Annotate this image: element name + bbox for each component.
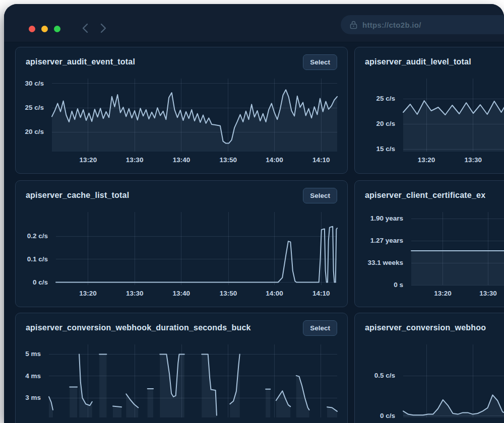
y-tick-label: 3 ms	[25, 393, 41, 402]
y-tick-label: 0.1 c/s	[27, 255, 48, 264]
panel-apiserver-audit-level-total: apiserver_audit_level_total Select 25 c/…	[354, 47, 504, 174]
panel-apiserver-conversion-webhook-duration: apiserver_conversion_webhook_duration_se…	[15, 313, 348, 423]
y-tick-label: 0 s	[394, 280, 403, 290]
y-axis-labels: 1.90 years1.27 years33.1 weeks0 s	[355, 212, 407, 285]
x-tick-label: 13:30	[126, 156, 144, 164]
y-tick-label: 25 c/s	[25, 103, 44, 112]
y-tick-label: 1.27 years	[370, 236, 403, 245]
y-axis-labels: 25 c/s20 c/s15 c/s	[355, 79, 399, 152]
lock-icon	[350, 21, 357, 29]
plot-area	[403, 344, 504, 417]
y-tick-label: 0 c/s	[33, 278, 48, 287]
x-axis-labels: 13:2013:30	[411, 290, 504, 299]
y-tick-label: 1.90 years	[370, 214, 403, 223]
x-tick-label: 14:10	[312, 156, 330, 164]
y-tick-label: 20 c/s	[376, 119, 395, 128]
x-tick-label: 14:00	[266, 156, 283, 164]
y-axis-labels: 5 ms4 ms3 ms	[16, 344, 45, 417]
chart-conversion-webhook[interactable]: 0.5 c/s0 c/s	[355, 313, 504, 423]
x-tick-label: 13:20	[80, 156, 97, 164]
panel-apiserver-client-certificate: apiserver_client_certificate_ex Select 1…	[354, 180, 504, 307]
x-tick-label: 13:30	[479, 290, 497, 297]
chart-audit-level-total[interactable]: 25 c/s20 c/s15 c/s 13:2013:30	[355, 47, 504, 173]
plot-area	[403, 79, 504, 152]
browser-titlebar: https://cto2b.io/	[4, 4, 504, 42]
x-tick-label: 13:50	[220, 290, 237, 297]
browser-window: https://cto2b.io/ apiserver_audit_event_…	[4, 4, 504, 423]
url-text: https://cto2b.io/	[362, 21, 421, 29]
x-tick-label: 13:50	[220, 156, 237, 164]
y-axis-labels: 0.5 c/s0 c/s	[355, 344, 399, 417]
y-tick-label: 20 c/s	[25, 127, 44, 136]
close-button[interactable]	[29, 26, 35, 32]
chart-cache-list-total[interactable]: 0.2 c/s0.1 c/s0 c/s 13:2013:3013:4013:50…	[16, 181, 347, 307]
zoom-button[interactable]	[54, 26, 60, 32]
forward-button[interactable]	[100, 23, 106, 33]
y-tick-label: 25 c/s	[376, 94, 395, 103]
y-tick-label: 30 c/s	[25, 79, 44, 88]
y-tick-label: 4 ms	[25, 372, 41, 381]
y-tick-label: 5 ms	[25, 349, 41, 359]
chart-audit-event-total[interactable]: 30 c/s25 c/s20 c/s 13:2013:3013:4013:501…	[16, 47, 347, 173]
x-tick-label: 14:00	[266, 290, 283, 297]
y-tick-label: 0.5 c/s	[374, 371, 395, 380]
back-button[interactable]	[82, 23, 88, 33]
panel-apiserver-conversion-webhook: apiserver_conversion_webhoo Select 0.5 c…	[354, 313, 504, 423]
x-tick-label: 13:20	[79, 290, 97, 297]
x-tick-label: 13:20	[418, 156, 435, 164]
panel-apiserver-audit-event-total: apiserver_audit_event_total Select 30 c/…	[15, 47, 348, 174]
y-axis-labels: 30 c/s25 c/s20 c/s	[16, 79, 48, 152]
chart-client-certificate[interactable]: 1.90 years1.27 years33.1 weeks0 s 13:201…	[355, 181, 504, 307]
minimize-button[interactable]	[41, 26, 48, 32]
plot-area	[49, 344, 337, 417]
plot-area	[411, 212, 504, 285]
chart-conversion-webhook-duration[interactable]: 5 ms4 ms3 ms	[16, 313, 347, 423]
plot-area	[56, 212, 337, 285]
y-tick-label: 33.1 weeks	[367, 258, 403, 267]
x-axis-labels: 13:2013:30	[403, 156, 504, 165]
y-axis-labels: 0.2 c/s0.1 c/s0 c/s	[16, 212, 52, 285]
x-axis-labels: 13:2013:3013:4013:5014:0014:10	[56, 290, 337, 299]
traffic-lights	[29, 26, 60, 32]
y-tick-label: 0 c/s	[380, 411, 395, 420]
url-bar[interactable]: https://cto2b.io/	[341, 15, 504, 34]
panel-apiserver-cache-list-total: apiserver_cache_list_total Select 0.2 c/…	[15, 180, 348, 307]
x-axis-labels: 13:2013:3013:4013:5014:0014:10	[52, 156, 337, 165]
y-tick-label: 0.2 c/s	[27, 232, 48, 241]
dashboard: apiserver_audit_event_total Select 30 c/…	[4, 42, 504, 423]
chevron-right-icon	[100, 23, 106, 33]
chevron-left-icon	[82, 23, 88, 33]
plot-area	[52, 79, 337, 152]
x-tick-label: 13:40	[173, 290, 191, 297]
x-tick-label: 13:40	[173, 156, 191, 164]
x-tick-label: 13:30	[126, 290, 144, 297]
x-tick-label: 14:10	[312, 290, 330, 297]
x-tick-label: 13:20	[434, 290, 452, 297]
x-tick-label: 13:30	[464, 156, 482, 164]
y-tick-label: 15 c/s	[376, 145, 395, 154]
